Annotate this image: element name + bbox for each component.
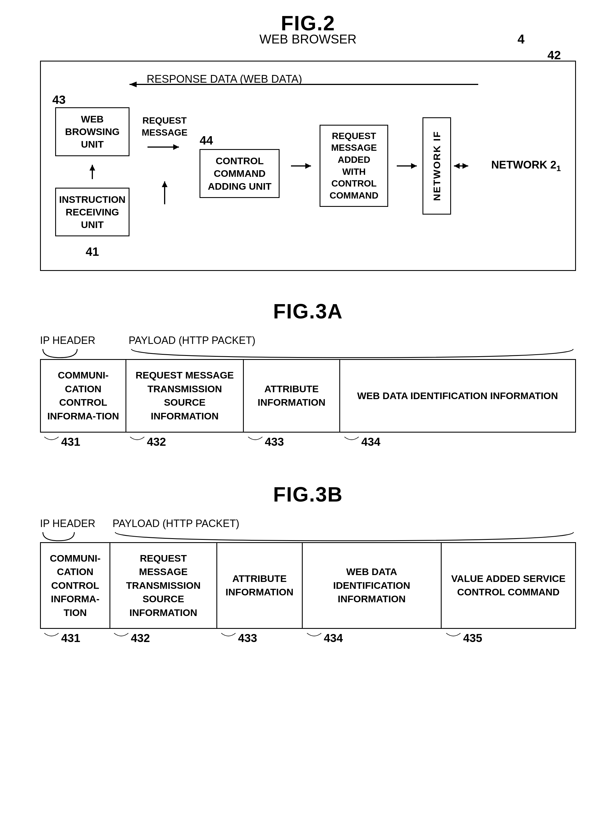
svg-marker-7 [162, 181, 167, 187]
fig3a-cell-1: COMMUNI-CATION CONTROL INFORMA-TION [41, 360, 126, 431]
fig3b-ref5: 435 [463, 632, 482, 644]
fig2-label-44: 44 [199, 134, 213, 147]
fig3b-cell-3: ATTRIBUTE INFORMATION [217, 543, 303, 628]
network-if-label: NETWORK IF [431, 131, 443, 201]
fig3a-cell-3: ATTRIBUTE INFORMATION [244, 360, 340, 431]
fig3b-cell-5: VALUE ADDED SERVICE CONTROL COMMAND [441, 543, 575, 628]
fig2-label-41: 41 [55, 245, 129, 259]
fig3a-section: IP HEADER PAYLOAD (HTTP PACKET) COMMUNI-… [40, 334, 576, 448]
fig3b-section: IP HEADER PAYLOAD (HTTP PACKET) COMMUNI-… [40, 518, 576, 645]
svg-marker-3 [89, 165, 95, 171]
control-command-adding-unit-box: CONTROL COMMAND ADDING UNIT [199, 149, 280, 198]
instruction-receiving-unit-box: INSTRUCTION RECEIVING UNIT [55, 188, 129, 237]
fig3b-ref3: 433 [238, 632, 257, 644]
fig2-label-42: 42 [547, 49, 561, 62]
fig3a-payload-label: PAYLOAD (HTTP PACKET) [129, 334, 255, 346]
svg-marker-14 [462, 163, 468, 169]
fig2-label-4: 4 [518, 32, 525, 46]
fig3a-ref2: 432 [147, 435, 166, 448]
fig3a-ip-header-label: IP HEADER [40, 334, 95, 346]
svg-marker-5 [173, 144, 179, 150]
fig3a-cell-2: REQUEST MESSAGE TRANSMISSION SOURCE INFO… [126, 360, 244, 431]
fig3a-cell-4: WEB DATA IDENTIFICATION INFORMATION [340, 360, 575, 431]
request-message-added-box: REQUEST MESSAGE ADDED WITH CONTROL COMMA… [320, 125, 388, 207]
fig3a-ref3: 433 [265, 435, 284, 448]
fig3b-ref4: 434 [324, 632, 343, 644]
instruction-receiving-unit-label: INSTRUCTION RECEIVING UNIT [59, 193, 126, 231]
fig3a-packet-table: COMMUNI-CATION CONTROL INFORMA-TION REQU… [40, 359, 576, 432]
fig2-title: FIG.2 [281, 12, 335, 35]
fig2-label-43: 43 [52, 93, 66, 107]
web-browser-label: WEB BROWSER [260, 32, 357, 46]
svg-marker-9 [305, 163, 311, 169]
svg-marker-11 [411, 163, 417, 169]
fig3b-ref1: 431 [61, 632, 80, 644]
fig3b-ref2: 432 [131, 632, 150, 644]
web-browsing-unit-box: WEB BROWSING UNIT [55, 107, 129, 156]
fig3b-title: FIG.3B [273, 483, 343, 506]
network-if-box: NETWORK IF [422, 117, 451, 215]
svg-marker-1 [129, 82, 136, 87]
svg-marker-13 [454, 163, 460, 169]
fig3a-title: FIG.3A [273, 300, 343, 323]
fig3b-cell-1: COMMUNI-CATION CONTROL INFORMA-TION [41, 543, 110, 628]
web-browsing-unit-label: WEB BROWSING UNIT [61, 113, 124, 151]
fig3a-ref4: 434 [361, 435, 380, 448]
fig3b-cell-4: WEB DATA IDENTIFICATION INFORMATION [303, 543, 441, 628]
fig3b-ip-header-label: IP HEADER [40, 518, 95, 530]
request-message-added-label: REQUEST MESSAGE ADDED WITH CONTROL COMMA… [325, 130, 383, 202]
response-data-label: RESPONSE DATA (WEB DATA) [147, 73, 302, 85]
network-label: NETWORK 21 [491, 159, 561, 173]
control-command-adding-unit-label: CONTROL COMMAND ADDING UNIT [205, 154, 274, 193]
fig3b-payload-label: PAYLOAD (HTTP PACKET) [113, 518, 239, 530]
fig3a-ref1: 431 [61, 435, 80, 448]
request-message-label: REQUEST MESSAGE [135, 115, 194, 138]
fig3b-cell-2: REQUEST MESSAGE TRANSMISSION SOURCE INFO… [110, 543, 217, 628]
fig3b-packet-table: COMMUNI-CATION CONTROL INFORMA-TION REQU… [40, 542, 576, 629]
